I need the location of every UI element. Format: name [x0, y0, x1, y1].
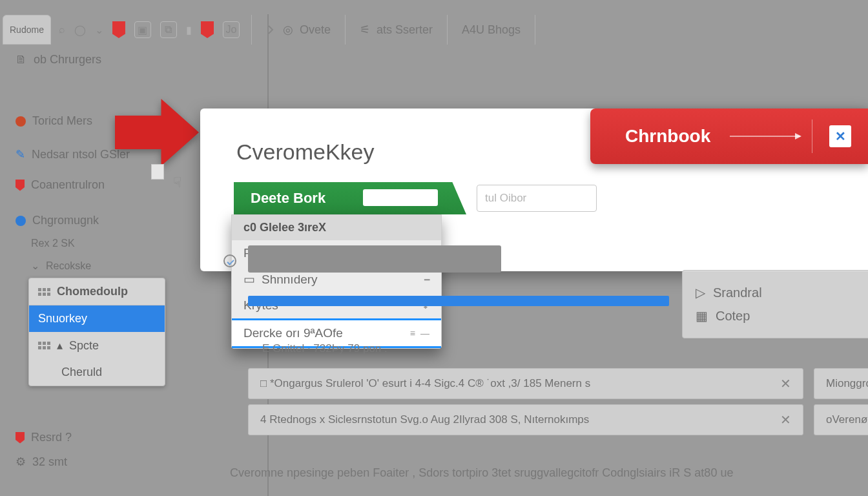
sidebar-label: 32 smt: [32, 455, 67, 469]
folder-row-selected[interactable]: Snuorkey: [29, 305, 165, 332]
tab-label: Ovete: [300, 23, 331, 37]
card-label: Cotep: [716, 309, 750, 324]
card-label: Srandral: [713, 285, 762, 300]
grid-icon: [38, 342, 50, 349]
up-icon: ▴: [57, 338, 63, 353]
svg-marker-0: [115, 99, 199, 166]
dropdown-menu: c0 Glelee 3ıreX Pcrax ▭Shnnıdery ━ Kryte…: [231, 214, 442, 349]
folder-label: Spcte: [69, 339, 99, 353]
pen-icon: ✎: [16, 147, 25, 161]
panel-title: CveromeKkey: [236, 140, 375, 165]
folder-popup: Chomedoulp Snuorkey ▴ Spcte Cheruld: [28, 278, 165, 386]
dd-label: c0 Glelee 3ıreX: [243, 221, 326, 234]
mini-input[interactable]: [363, 189, 438, 206]
folder-row[interactable]: Cheruld: [29, 359, 165, 386]
folder-label: Snuorkey: [38, 312, 87, 326]
close-icon[interactable]: ✕: [829, 125, 851, 147]
sidebar-label: Toricd Mers: [32, 114, 92, 128]
play-icon: ▷: [696, 285, 705, 300]
progress-bar: [248, 296, 669, 306]
check-icon[interactable]: [223, 254, 236, 267]
card-icon: ▭: [243, 272, 255, 287]
top-toolbar: Rudome ⌕ ◯ ⌄ ▣ ⧉ ▮ Jo ◎ Ovete ⚟ ats Sser…: [0, 14, 868, 45]
grid-icon: [38, 288, 50, 296]
separator: [812, 119, 812, 153]
gear-icon: ⚙: [16, 455, 26, 469]
search-icon[interactable]: ⌕: [59, 24, 65, 36]
chevron-right-icon: [266, 25, 276, 35]
doc-icon: 🗎: [16, 53, 27, 67]
list-stub[interactable]: oVerenøurd ll: [814, 404, 868, 435]
folder-row[interactable]: ▴ Spcte: [29, 332, 165, 359]
dash-icon[interactable]: —: [420, 328, 429, 338]
window-tab[interactable]: Rudome: [3, 15, 51, 45]
minus-icon[interactable]: ━: [424, 274, 429, 285]
chevron-icon: ⌄: [31, 260, 39, 272]
dropdown-item[interactable]: c0 Glelee 3ıreX: [232, 215, 441, 240]
dd-label: Shnnıdery: [262, 273, 318, 287]
card-row[interactable]: ▷Srandral: [696, 281, 862, 304]
dot-icon: [16, 216, 26, 226]
pin-icon[interactable]: ▮: [186, 24, 192, 36]
sidebar-label: Recokske: [46, 260, 91, 272]
hand-icon: ☟: [173, 174, 181, 191]
arrow-tab: [151, 164, 164, 180]
red-arrow-icon: [115, 90, 199, 174]
tab-label: ats Sserter: [377, 23, 433, 37]
chrnbook-label: Chrnbook: [625, 126, 710, 147]
sidebar-label: Resrd ?: [31, 431, 72, 444]
meta-text: E Gnittel · 732Þy 79 pon .: [262, 342, 388, 355]
list-icon[interactable]: ≡: [410, 328, 415, 338]
tool-box-icon-2[interactable]: ⧉: [160, 21, 177, 38]
sidebar-item[interactable]: ⚙32 smt: [0, 450, 168, 474]
right-card: ▷Srandral ▦Cotep: [682, 270, 868, 338]
sidebar-label: Chgromugnk: [32, 214, 99, 227]
list-stub[interactable]: Mionggroary s: [814, 368, 868, 399]
dd-label: Dercke orı 9ªAOfe: [243, 326, 343, 340]
row-text: 4 Rtednogs x Siclesrnstotun Svg.o Aug 2I…: [260, 413, 589, 426]
tab-label: A4U Bhogs: [462, 23, 521, 37]
chrnbook-button[interactable]: Chrnbook ✕: [590, 108, 868, 164]
tab-bhogs[interactable]: A4U Bhogs: [448, 15, 535, 45]
jo-box[interactable]: Jo: [223, 21, 240, 38]
stub-text: Mionggroary s: [826, 377, 868, 390]
delete-tab[interactable]: Deete Bork: [234, 182, 466, 214]
sidebar-label: Coanentrulron: [31, 178, 105, 192]
sidebar-label: Rex 2 SK: [31, 238, 75, 249]
close-icon[interactable]: ✕: [780, 412, 791, 428]
delete-label: Deete Bork: [251, 190, 326, 207]
grid-icon: ▦: [696, 308, 708, 324]
tool-box-icon[interactable]: ▣: [134, 21, 151, 38]
flag-icon: [16, 180, 25, 191]
list-row[interactable]: □ *Ongargus Srulerol 'O' esurt i 4-4 Sig…: [248, 368, 803, 399]
sidebar-item[interactable]: 🗎ob Chrurgers: [0, 48, 168, 72]
filter-input[interactable]: tul Oibor: [477, 185, 597, 212]
card-row[interactable]: ▦Cotep: [696, 304, 862, 327]
list-row[interactable]: 4 Rtednogs x Siclesrnstotun Svg.o Aug 2I…: [248, 404, 803, 435]
flag-icon-2[interactable]: [201, 21, 214, 38]
meta-row: E Gnittel · 732Þy 79 pon .: [262, 342, 388, 355]
sidebar-label: ob Chrurgers: [34, 53, 101, 67]
sidebar-item[interactable]: Chgromugnk: [0, 209, 168, 232]
arrow-line-icon: [730, 136, 800, 137]
down-icon[interactable]: ⌄: [95, 24, 103, 36]
target-icon: ◎: [283, 23, 293, 37]
folder-head[interactable]: Chomedoulp: [29, 278, 165, 305]
flag-icon[interactable]: [112, 21, 125, 38]
spark-icon: ⚟: [360, 23, 370, 37]
tab-ovete[interactable]: ◎ Ovete: [252, 15, 346, 45]
sidebar-item[interactable]: Coanentrulron: [0, 173, 168, 197]
close-icon[interactable]: ✕: [780, 376, 791, 391]
footer-text: Cveromne npesinge peben Foaiter , Sdors …: [230, 466, 733, 480]
circle-icon[interactable]: ◯: [74, 24, 86, 36]
sidebar-item[interactable]: Resrd ?: [0, 426, 168, 450]
tab-sserter[interactable]: ⚟ ats Sserter: [346, 15, 448, 45]
stub-text: oVerenøurd ll: [826, 413, 868, 426]
grey-block: [248, 245, 501, 273]
folder-label: Chomedoulp: [57, 285, 128, 298]
sidebar-subitem[interactable]: ⌄Recokske: [0, 254, 168, 277]
folder-label: Cheruld: [61, 366, 102, 379]
row-text: □ *Ongargus Srulerol 'O' esurt i 4-4 Sig…: [260, 377, 590, 390]
dot-icon: [16, 116, 26, 127]
sidebar-subitem[interactable]: Rex 2 SK: [0, 232, 168, 254]
